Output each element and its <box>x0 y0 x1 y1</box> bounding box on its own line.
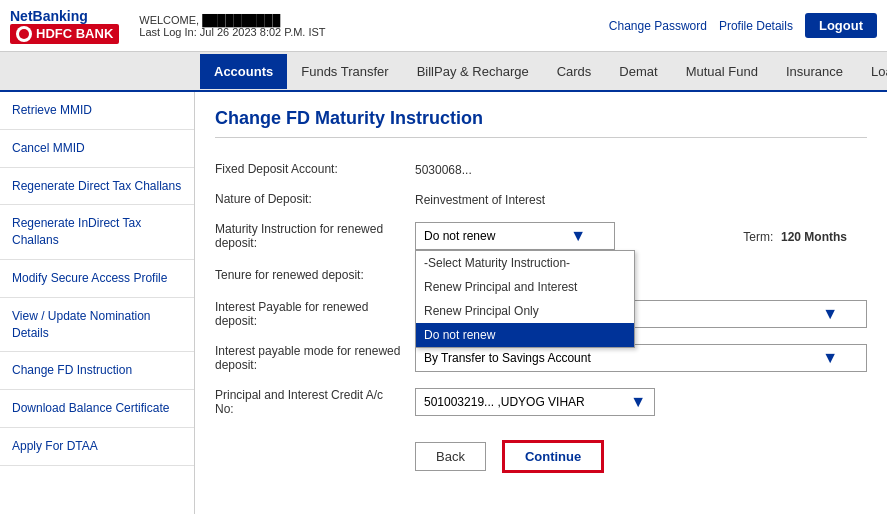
nature-text: Reinvestment of Interest <box>415 193 545 207</box>
maturity-dropdown-wrapper: Do not renew ▼ -Select Maturity Instruct… <box>415 222 615 250</box>
nature-deposit-row: Nature of Deposit: Reinvestment of Inter… <box>215 184 867 214</box>
interest-mode-text: By Transfer to Savings Account <box>424 351 591 365</box>
back-button[interactable]: Back <box>415 442 486 471</box>
maturity-dropdown[interactable]: Do not renew ▼ <box>415 222 615 250</box>
sidebar-item-regen-indirect-tax[interactable]: Regenerate InDirect Tax Challans <box>0 205 194 260</box>
sidebar-item-dtaa[interactable]: Apply For DTAA <box>0 428 194 466</box>
header-links: Change Password Profile Details Logout <box>609 13 877 38</box>
nature-label: Nature of Deposit: <box>215 184 415 214</box>
main-content: Change FD Maturity Instruction Fixed Dep… <box>195 92 887 514</box>
header: NetBanking HDFC BANK WELCOME, ██████████… <box>0 0 887 52</box>
nav-accounts[interactable]: Accounts <box>200 54 287 89</box>
logout-button[interactable]: Logout <box>805 13 877 38</box>
interest-payable-arrow-icon: ▼ <box>822 305 838 323</box>
fixed-deposit-value: 5030068... <box>415 154 867 184</box>
maturity-row: Maturity Instruction for renewed deposit… <box>215 214 867 258</box>
nav-loans[interactable]: Loans <box>857 54 887 89</box>
form-table: Fixed Deposit Account: 5030068... Nature… <box>215 154 867 424</box>
tenure-label: Tenure for renewed deposit: <box>215 258 415 292</box>
welcome-name: ██████████ <box>202 14 280 26</box>
change-password-link[interactable]: Change Password <box>609 19 707 33</box>
continue-button[interactable]: Continue <box>502 440 604 473</box>
maturity-option-3[interactable]: Do not renew <box>416 323 634 347</box>
term-value: 120 Months <box>781 230 847 244</box>
sidebar-item-cancel-mmid[interactable]: Cancel MMID <box>0 130 194 168</box>
fixed-deposit-row: Fixed Deposit Account: 5030068... <box>215 154 867 184</box>
sidebar-item-retrieve-mmid[interactable]: Retrieve MMID <box>0 92 194 130</box>
maturity-dropdown-menu: -Select Maturity Instruction- Renew Prin… <box>415 250 635 348</box>
principal-number: 501003219... ,UDYOG VIHAR <box>424 395 585 409</box>
page-title: Change FD Maturity Instruction <box>215 108 867 138</box>
welcome-text: WELCOME, <box>139 14 199 26</box>
sidebar-item-change-fd[interactable]: Change FD Instruction <box>0 352 194 390</box>
maturity-label: Maturity Instruction for renewed deposit… <box>215 214 415 258</box>
interest-mode-label: Interest payable mode for renewed deposi… <box>215 336 415 380</box>
principal-row: Principal and Interest Credit A/c No: 50… <box>215 380 867 424</box>
profile-details-link[interactable]: Profile Details <box>719 19 793 33</box>
button-row: Back Continue <box>215 440 867 473</box>
hdfc-logo-inner <box>19 29 29 39</box>
sidebar-item-nomination[interactable]: View / Update Nomination Details <box>0 298 194 353</box>
main-nav: Accounts Funds Transfer BillPay & Rechar… <box>0 52 887 92</box>
fixed-deposit-number: 5030068... <box>415 163 472 177</box>
interest-payable-label: Interest Payable for renewed deposit: <box>215 292 415 336</box>
sidebar: Retrieve MMID Cancel MMID Regenerate Dir… <box>0 92 195 514</box>
maturity-value: Do not renew ▼ -Select Maturity Instruct… <box>415 214 867 258</box>
term-label: Term: <box>743 230 773 244</box>
nav-billpay[interactable]: BillPay & Recharge <box>403 54 543 89</box>
principal-dropdown[interactable]: 501003219... ,UDYOG VIHAR ▼ <box>415 388 655 416</box>
principal-label: Principal and Interest Credit A/c No: <box>215 380 415 424</box>
maturity-dropdown-arrow-icon: ▼ <box>570 227 586 245</box>
nav-insurance[interactable]: Insurance <box>772 54 857 89</box>
principal-value: 501003219... ,UDYOG VIHAR ▼ <box>415 380 867 424</box>
nav-cards[interactable]: Cards <box>543 54 606 89</box>
interest-mode-dropdown[interactable]: By Transfer to Savings Account ▼ <box>415 344 867 372</box>
maturity-option-1[interactable]: Renew Principal and Interest <box>416 275 634 299</box>
brand-logo: HDFC BANK <box>10 24 119 44</box>
nav-demat[interactable]: Demat <box>605 54 671 89</box>
hdfc-logo-icon <box>16 26 32 42</box>
nav-mutual-fund[interactable]: Mutual Fund <box>672 54 772 89</box>
brand-netbanking-label: NetBanking <box>10 8 88 24</box>
sidebar-item-regen-direct-tax[interactable]: Regenerate Direct Tax Challans <box>0 168 194 206</box>
maturity-option-2[interactable]: Renew Principal Only <box>416 299 634 323</box>
nature-value: Reinvestment of Interest <box>415 184 867 214</box>
layout: Retrieve MMID Cancel MMID Regenerate Dir… <box>0 92 887 514</box>
fixed-deposit-label: Fixed Deposit Account: <box>215 154 415 184</box>
sidebar-item-download-balance[interactable]: Download Balance Certificate <box>0 390 194 428</box>
maturity-selected-text: Do not renew <box>424 229 495 243</box>
principal-arrow-icon: ▼ <box>630 393 646 411</box>
brand: NetBanking HDFC BANK <box>10 8 119 44</box>
nav-funds-transfer[interactable]: Funds Transfer <box>287 54 402 89</box>
maturity-option-0[interactable]: -Select Maturity Instruction- <box>416 251 634 275</box>
term-group: Term: 120 Months <box>723 229 847 244</box>
last-login: Last Log In: Jul 26 2023 8:02 P.M. IST <box>139 26 609 38</box>
welcome-label: WELCOME, ██████████ <box>139 14 609 26</box>
brand-name: HDFC BANK <box>36 26 113 41</box>
interest-mode-arrow-icon: ▼ <box>822 349 838 367</box>
welcome-area: WELCOME, ██████████ Last Log In: Jul 26 … <box>139 14 609 38</box>
sidebar-item-modify-secure[interactable]: Modify Secure Access Profile <box>0 260 194 298</box>
